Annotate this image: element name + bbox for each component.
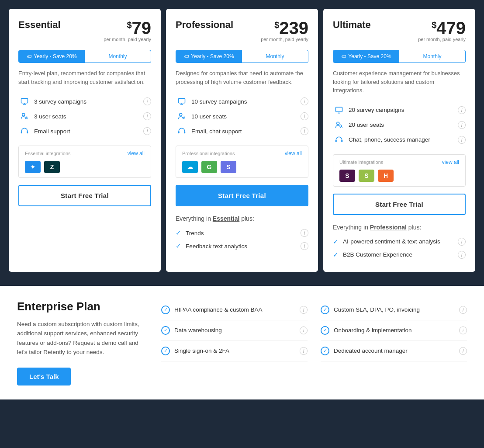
plan-name: Professional bbox=[176, 19, 233, 31]
feature-item: 3 survey campaigns i bbox=[18, 94, 151, 109]
upsell-plan-name: Essential bbox=[213, 215, 239, 222]
ent-check-icon: ✓ bbox=[321, 306, 329, 314]
svg-point-3 bbox=[22, 113, 25, 116]
upsell-item-text: Trends bbox=[186, 230, 204, 236]
start-trial-button[interactable]: Start Free Trial bbox=[176, 185, 308, 206]
enterprise-feature-text: Dedicated account manager bbox=[334, 347, 408, 354]
ent-check-icon: ✓ bbox=[321, 326, 329, 335]
integration-icons: ☁GS bbox=[182, 161, 302, 173]
info-icon[interactable]: i bbox=[143, 112, 151, 120]
integrations-header: Professional integrations view all bbox=[182, 150, 302, 156]
integration-logo-slack: S bbox=[339, 170, 355, 182]
start-trial-button[interactable]: Start Free Trial bbox=[333, 194, 466, 215]
plan-period: per month, paid yearly bbox=[104, 37, 151, 42]
info-icon[interactable]: i bbox=[301, 127, 308, 135]
yearly-label: Yearly - Save 20% bbox=[191, 53, 234, 59]
enterprise-feature-text: Custom SLA, DPA, PO, invoicing bbox=[334, 306, 420, 313]
headset-icon bbox=[333, 135, 345, 145]
monitor-icon bbox=[18, 97, 31, 106]
plans-grid: Essential $79 per month, paid yearly 🏷 Y… bbox=[9, 9, 475, 272]
view-all-link[interactable]: view all bbox=[285, 150, 302, 156]
upsell-item: ✓ Trends i bbox=[176, 226, 308, 240]
enterprise-left: Enterprise Plan Need a custom subscripti… bbox=[17, 300, 148, 385]
integration-logo-google: G bbox=[201, 161, 217, 173]
enterprise-desc: Need a custom subscription with custom l… bbox=[17, 320, 148, 357]
info-icon[interactable]: i bbox=[301, 242, 308, 250]
start-trial-button[interactable]: Start Free Trial bbox=[18, 185, 151, 206]
info-icon[interactable]: i bbox=[143, 127, 151, 135]
enterprise-feature-text: Single sign-on & 2FA bbox=[174, 347, 229, 354]
check-icon: ✓ bbox=[333, 238, 339, 246]
check-icon: ✓ bbox=[176, 242, 181, 250]
integration-icons: ✦Z bbox=[25, 161, 145, 173]
ent-info-icon[interactable]: i bbox=[459, 347, 467, 355]
feature-text: Chat, phone, success manager bbox=[349, 136, 430, 143]
enterprise-title: Enterprise Plan bbox=[17, 300, 148, 313]
plan-header: Ultimate $479 per month, paid yearly bbox=[333, 19, 466, 42]
info-icon[interactable]: i bbox=[458, 238, 466, 246]
enterprise-feature-text: Data warehousing bbox=[174, 327, 222, 333]
info-icon[interactable]: i bbox=[458, 251, 466, 259]
enterprise-feature: ✓ Custom SLA, DPA, PO, invoicing i bbox=[321, 300, 467, 320]
feature-item: Email, chat support i bbox=[176, 124, 308, 139]
ent-info-icon[interactable]: i bbox=[459, 306, 467, 314]
info-icon[interactable]: i bbox=[458, 106, 466, 114]
monthly-billing-btn[interactable]: Monthly bbox=[242, 50, 308, 63]
svg-rect-12 bbox=[336, 107, 342, 112]
feature-text: 10 survey campaigns bbox=[191, 98, 247, 105]
monthly-label: Monthly bbox=[423, 53, 441, 59]
ent-info-icon[interactable]: i bbox=[300, 306, 308, 314]
plan-header: Essential $79 per month, paid yearly bbox=[18, 19, 151, 42]
enterprise-feature: ✓ Onboarding & implementation i bbox=[321, 320, 467, 341]
ent-info-icon[interactable]: i bbox=[300, 347, 308, 355]
integrations-box: Essential integrations view all ✦Z bbox=[18, 146, 151, 178]
view-all-link[interactable]: view all bbox=[442, 159, 459, 165]
billing-toggle: 🏷 Yearly - Save 20% Monthly bbox=[18, 50, 151, 63]
enterprise-inner: Enterprise Plan Need a custom subscripti… bbox=[8, 286, 476, 399]
headset-icon bbox=[176, 126, 188, 136]
monthly-billing-btn[interactable]: Monthly bbox=[85, 50, 151, 63]
feature-item: 10 user seats i bbox=[176, 109, 308, 124]
yearly-billing-btn[interactable]: 🏷 Yearly - Save 20% bbox=[333, 50, 399, 63]
integrations-label: Essential integrations bbox=[25, 151, 71, 156]
tag-icon: 🏷 bbox=[184, 54, 189, 59]
yearly-billing-btn[interactable]: 🏷 Yearly - Save 20% bbox=[19, 50, 85, 63]
monthly-label: Monthly bbox=[266, 53, 284, 59]
plan-description: Customer experience management for busin… bbox=[333, 69, 466, 95]
plan-card-ultimate: Ultimate $479 per month, paid yearly 🏷 Y… bbox=[323, 9, 475, 272]
info-icon[interactable]: i bbox=[301, 97, 308, 105]
plan-period: per month, paid yearly bbox=[261, 37, 308, 42]
feature-text: 20 user seats bbox=[349, 122, 384, 128]
yearly-label: Yearly - Save 20% bbox=[348, 53, 391, 59]
check-icon: ✓ bbox=[333, 251, 339, 259]
svg-rect-0 bbox=[21, 98, 28, 103]
info-icon[interactable]: i bbox=[143, 97, 151, 105]
plan-price: $479 bbox=[418, 19, 466, 37]
integrations-box: Professional integrations view all ☁GS bbox=[176, 146, 308, 178]
feature-text: 10 user seats bbox=[191, 113, 227, 120]
enterprise-feature-text: HIPAA compliance & custom BAA bbox=[174, 306, 263, 313]
enterprise-section: Enterprise Plan Need a custom subscripti… bbox=[0, 286, 484, 399]
feature-list: 20 survey campaigns i 20 user seats i Ch… bbox=[333, 103, 466, 147]
info-icon[interactable]: i bbox=[458, 121, 466, 129]
yearly-billing-btn[interactable]: 🏷 Yearly - Save 20% bbox=[176, 50, 242, 63]
monitor-icon bbox=[176, 97, 188, 106]
lets-talk-button[interactable]: Let's Talk bbox=[17, 368, 71, 385]
info-icon[interactable]: i bbox=[301, 112, 308, 120]
ent-check-icon: ✓ bbox=[161, 326, 170, 335]
users-icon bbox=[176, 111, 188, 121]
integrations-box: Ultimate integrations view all SSH bbox=[333, 154, 466, 187]
billing-toggle: 🏷 Yearly - Save 20% Monthly bbox=[333, 50, 466, 63]
enterprise-feature: ✓ HIPAA compliance & custom BAA i bbox=[161, 300, 308, 320]
info-icon[interactable]: i bbox=[301, 229, 308, 237]
view-all-link[interactable]: view all bbox=[128, 150, 145, 156]
ent-info-icon[interactable]: i bbox=[459, 326, 467, 334]
feature-item: Email support i bbox=[18, 124, 151, 139]
enterprise-feature-text: Onboarding & implementation bbox=[334, 327, 412, 333]
monthly-billing-btn[interactable]: Monthly bbox=[399, 50, 465, 63]
plan-header: Professional $239 per month, paid yearly bbox=[176, 19, 308, 42]
ent-info-icon[interactable]: i bbox=[300, 326, 308, 334]
info-icon[interactable]: i bbox=[458, 136, 466, 144]
enterprise-features: ✓ HIPAA compliance & custom BAA i ✓ Cust… bbox=[161, 300, 467, 385]
svg-point-9 bbox=[180, 113, 182, 116]
